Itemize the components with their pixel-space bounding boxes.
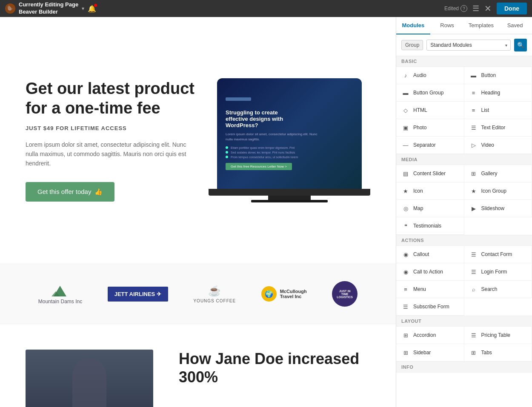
- laptop-heading: Struggling to createeffective designs wi…: [226, 109, 283, 128]
- button-icon: ▬: [469, 71, 478, 80]
- laptop-cta-button[interactable]: Get this free Resources Letter Now >: [226, 163, 292, 170]
- icon-module-icon: ★: [401, 187, 410, 195]
- audio-icon: ♪: [401, 71, 410, 80]
- button-group-icon: ▬: [401, 88, 410, 97]
- module-pricing-table[interactable]: ☰ Pricing Table: [464, 327, 532, 344]
- module-sidebar[interactable]: ⊞ Sidebar: [396, 344, 464, 361]
- hero-image-wrap: Struggling to createeffective designs wi…: [198, 78, 370, 202]
- module-slideshow[interactable]: ▶ Slideshow: [464, 200, 532, 217]
- coffee-cup-icon: ☕: [208, 285, 221, 297]
- mountain-svg-icon: [49, 284, 71, 299]
- currently-editing-label: Currently Editing Page: [19, 1, 78, 9]
- accordion-icon: ⊞: [401, 331, 410, 339]
- logo-mccullough-travel: 🌍 McCulloughTravel Inc: [261, 286, 307, 302]
- group-select-wrap: Standard Modules ▾: [426, 40, 511, 51]
- text-editor-icon: ☰: [469, 123, 478, 132]
- group-label[interactable]: Group: [401, 40, 423, 50]
- module-menu[interactable]: ≡ Menu: [396, 281, 464, 298]
- laptop-foot: [251, 200, 328, 202]
- module-list[interactable]: ≡ List: [464, 102, 532, 119]
- laptop-base: [209, 189, 370, 196]
- thumbs-up-icon: 👍: [94, 188, 103, 196]
- module-call-to-action[interactable]: ◉ Call to Action: [396, 263, 464, 281]
- done-button[interactable]: Done: [497, 3, 527, 14]
- section-media-header: Media: [396, 154, 532, 165]
- travel-globe-icon: 🌍: [261, 286, 277, 302]
- laptop-mockup: Struggling to createeffective designs wi…: [217, 78, 362, 189]
- module-separator[interactable]: — Separator: [396, 137, 464, 154]
- logos-section: Mountain Dams Inc JETT AIRLINES ✈ ☕ YOUN…: [0, 264, 396, 324]
- topbar-left: 🦫 Currently Editing Page Beaver Builder …: [5, 1, 96, 16]
- hero-description: Lorem ipsum dolor sit amet, consectetur …: [26, 140, 198, 168]
- module-login-form[interactable]: ☰ Login Form: [464, 263, 532, 281]
- tabs-icon: ⊞: [469, 348, 478, 357]
- sidebar-tabs: Modules Rows Templates Saved: [396, 17, 532, 34]
- tab-rows[interactable]: Rows: [430, 17, 464, 34]
- module-tabs[interactable]: ⊞ Tabs: [464, 344, 532, 361]
- html-icon: ◇: [401, 106, 410, 114]
- module-search[interactable]: ⌕ Search: [464, 281, 532, 298]
- contact-form-icon: ☰: [469, 250, 478, 259]
- module-text-editor[interactable]: ☰ Text Editor: [464, 119, 532, 137]
- module-video[interactable]: ▷ Video: [464, 137, 532, 154]
- help-icon[interactable]: ?: [460, 5, 467, 12]
- tab-modules[interactable]: Modules: [396, 17, 430, 34]
- bottom-image: [26, 350, 153, 407]
- tab-templates[interactable]: Templates: [464, 17, 498, 34]
- menu-lines-icon[interactable]: ☰: [472, 4, 479, 13]
- logo-just-in-time: JUST INTIMELOGISTICS: [332, 281, 358, 307]
- sidebar-module-icon: ⊞: [401, 348, 410, 357]
- group-select[interactable]: Standard Modules: [426, 40, 511, 51]
- hero-subtitle: JUST $49 FOR LIFETIME ACCESS: [26, 125, 198, 131]
- bottom-text-block: How Jane Doe increased 300%: [179, 350, 370, 386]
- module-gallery[interactable]: ⊞ Gallery: [464, 165, 532, 182]
- section-actions-header: Actions: [396, 235, 532, 246]
- video-icon: ▷: [469, 141, 478, 149]
- content-slider-icon: ▤: [401, 169, 410, 178]
- basic-modules-grid: ♪ Audio ▬ Button ▬ Button Group ≡ Headin…: [396, 67, 532, 154]
- travel-label: McCulloughTravel Inc: [280, 289, 307, 299]
- app-name: Beaver Builder: [19, 9, 78, 16]
- laptop-body-text: Lorem ipsum dolor sit amet, consectetur …: [226, 132, 317, 142]
- module-button-group[interactable]: ▬ Button Group: [396, 84, 464, 102]
- laptop-checklist: Etiam porttitor quasi enim tempor dignis…: [226, 146, 298, 159]
- module-map[interactable]: ◎ Map: [396, 200, 464, 217]
- menu-icon: ≡: [401, 285, 410, 293]
- module-callout[interactable]: ◉ Callout: [396, 246, 464, 263]
- laptop-screen: Struggling to createeffective designs wi…: [217, 78, 362, 189]
- tab-saved[interactable]: Saved: [498, 17, 532, 34]
- module-photo[interactable]: ▣ Photo: [396, 119, 464, 137]
- section-layout-header: Layout: [396, 316, 532, 327]
- module-html[interactable]: ◇ HTML: [396, 102, 464, 119]
- module-icon-group[interactable]: ★ Icon Group: [464, 182, 532, 200]
- logo-youngs-coffee: ☕ YOUNGS COFFEE: [193, 285, 236, 303]
- notification-dot: [94, 4, 97, 7]
- topbar: 🦫 Currently Editing Page Beaver Builder …: [0, 0, 532, 17]
- module-icon[interactable]: ★ Icon: [396, 182, 464, 200]
- module-button[interactable]: ▬ Button: [464, 67, 532, 84]
- module-accordion[interactable]: ⊞ Accordion: [396, 327, 464, 344]
- logo-jett-airlines: JETT AIRLINES ✈: [108, 287, 168, 302]
- module-audio[interactable]: ♪ Audio: [396, 67, 464, 84]
- main-layout: Get our latest product for a one-time fe…: [0, 17, 532, 407]
- section-info-header: Info: [396, 362, 532, 373]
- module-heading[interactable]: ≡ Heading: [464, 84, 532, 102]
- module-contact-form[interactable]: ☰ Contact Form: [464, 246, 532, 263]
- module-subscribe-form[interactable]: ☰ Subscribe Form: [396, 298, 464, 316]
- search-button[interactable]: 🔍: [514, 39, 527, 51]
- notifications-bell[interactable]: 🔔: [88, 5, 96, 13]
- person-image: [26, 350, 153, 407]
- edited-status: Edited ?: [444, 5, 467, 12]
- search-module-icon: ⌕: [469, 285, 478, 293]
- page-selector-chevron[interactable]: ▾: [82, 6, 84, 11]
- section-basic-header: Basic: [396, 56, 532, 67]
- call-to-action-icon: ◉: [401, 268, 410, 276]
- topbar-page-info: Currently Editing Page Beaver Builder: [19, 1, 78, 16]
- module-testimonials[interactable]: ❝ Testimonials: [396, 217, 464, 235]
- layout-modules-grid: ⊞ Accordion ☰ Pricing Table ⊞ Sidebar ⊞ …: [396, 327, 532, 362]
- module-content-slider[interactable]: ▤ Content Slider: [396, 165, 464, 182]
- subscribe-form-icon: ☰: [401, 302, 410, 311]
- login-form-icon: ☰: [469, 268, 478, 276]
- close-icon[interactable]: ✕: [484, 3, 492, 14]
- hero-cta-button[interactable]: Get this offer today 👍: [26, 182, 114, 202]
